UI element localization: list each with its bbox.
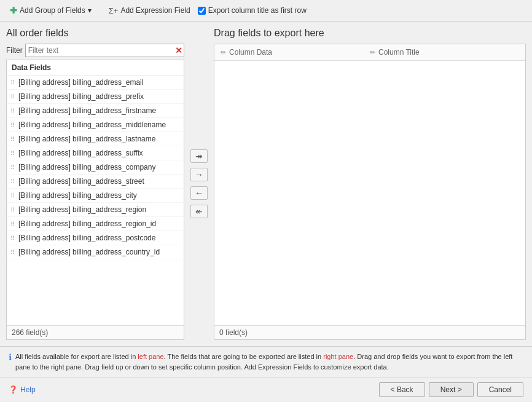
column-title-label: Column Title — [378, 48, 420, 57]
list-item[interactable]: ⠿[Billing address] billing_address_city — [7, 189, 184, 203]
fields-group-header: Data Fields — [7, 60, 184, 76]
drag-handle-icon: ⠿ — [10, 122, 15, 128]
filter-label: Filter — [6, 46, 23, 55]
filter-row: Filter ✕ — [6, 44, 184, 57]
field-name: [Billing address] billing_address_prefix — [18, 92, 144, 101]
add-expression-label: Add Expression Field — [120, 6, 190, 15]
drag-handle-icon: ⠿ — [10, 164, 15, 171]
list-item[interactable]: ⠿[Billing address] billing_address_count… — [7, 245, 184, 259]
list-item[interactable]: ⠿[Billing address] billing_address_email — [7, 76, 184, 90]
export-checkbox-label: Export column title as first row — [208, 6, 307, 15]
right-pane-title: Drag fields to export here — [214, 28, 526, 39]
fields-list-container: Data Fields ⠿[Billing address] billing_a… — [6, 60, 184, 340]
field-name: [Billing address] billing_address_lastna… — [18, 135, 155, 143]
plus-icon: ✚ — [10, 6, 17, 15]
help-label: Help — [20, 385, 36, 394]
drag-handle-icon: ⠿ — [10, 249, 15, 256]
add-expression-button[interactable]: Σ+ Add Expression Field — [105, 4, 194, 17]
field-name: [Billing address] billing_address_countr… — [18, 248, 160, 256]
bottom-bar: ❓ Help < Back Next > Cancel — [0, 377, 532, 402]
export-table-container: ✏ Column Data ✏ Column Title 0 field(s) — [214, 44, 526, 340]
info-icon: ℹ — [9, 352, 12, 362]
field-name: [Billing address] billing_address_postco… — [18, 234, 155, 242]
field-name: [Billing address] billing_address_firstn… — [18, 106, 156, 115]
drag-handle-icon: ⠿ — [10, 136, 15, 143]
remove-all-button[interactable]: ↞ — [190, 205, 208, 218]
list-item[interactable]: ⠿[Billing address] billing_address_first… — [7, 104, 184, 118]
export-table-body[interactable] — [214, 61, 525, 325]
list-item[interactable]: ⠿[Billing address] billing_address_compa… — [7, 160, 184, 175]
fields-footer: 266 field(s) — [7, 325, 184, 339]
drag-handle-icon: ⠿ — [10, 178, 15, 185]
filter-input[interactable] — [25, 44, 184, 57]
drag-handle-icon: ⠿ — [10, 221, 15, 227]
add-all-button[interactable]: ↠ — [190, 149, 208, 163]
add-selected-button[interactable]: → — [190, 168, 208, 181]
help-link[interactable]: ❓ Help — [9, 385, 36, 394]
field-name: [Billing address] billing_address_suffix — [18, 149, 143, 157]
remove-selected-button[interactable]: ← — [190, 186, 208, 200]
drag-handle-icon: ⠿ — [10, 108, 15, 114]
fields-list[interactable]: ⠿[Billing address] billing_address_email… — [7, 76, 184, 325]
drag-handle-icon: ⠿ — [10, 207, 15, 213]
column-data-header: ✏ Column Data — [221, 48, 370, 57]
drag-handle-icon: ⠿ — [10, 79, 15, 86]
list-item[interactable]: ⠿[Billing address] billing_address_regio… — [7, 203, 184, 217]
add-group-button[interactable]: ✚ Add Group of Fields ▾ — [6, 4, 95, 17]
field-name: [Billing address] billing_address_middle… — [18, 120, 166, 129]
drag-handle-icon: ⠿ — [10, 235, 15, 242]
export-table-header: ✏ Column Data ✏ Column Title — [214, 44, 525, 61]
right-pane: Drag fields to export here ✏ Column Data… — [214, 28, 526, 340]
dropdown-arrow-icon: ▾ — [88, 6, 92, 15]
filter-clear-icon[interactable]: ✕ — [175, 46, 182, 55]
info-bar: ℹ All fields available for export are li… — [0, 346, 532, 377]
field-name: [Billing address] billing_address_region — [18, 205, 146, 214]
drag-handle-icon: ⠿ — [10, 150, 15, 157]
bottom-buttons: < Back Next > Cancel — [379, 382, 523, 397]
field-name: [Billing address] billing_address_compan… — [18, 163, 155, 171]
pencil-icon-data: ✏ — [221, 49, 226, 57]
list-item[interactable]: ⠿[Billing address] billing_address_prefi… — [7, 90, 184, 104]
pencil-icon-title: ✏ — [370, 49, 375, 57]
drag-handle-icon: ⠿ — [10, 192, 15, 199]
help-icon: ❓ — [9, 385, 18, 394]
cancel-button[interactable]: Cancel — [477, 382, 523, 397]
toolbar: ✚ Add Group of Fields ▾ Σ+ Add Expressio… — [0, 0, 532, 22]
list-item[interactable]: ⠿[Billing address] billing_address_lastn… — [7, 132, 184, 146]
column-title-header: ✏ Column Title — [370, 48, 519, 57]
back-button[interactable]: < Back — [379, 382, 425, 397]
drag-handle-icon: ⠿ — [10, 93, 15, 100]
field-name: [Billing address] billing_address_email — [18, 78, 143, 87]
main-content: All order fields Filter ✕ Data Fields ⠿[… — [0, 22, 532, 346]
list-item[interactable]: ⠿[Billing address] billing_address_suffi… — [7, 146, 184, 160]
sigma-icon: Σ+ — [109, 6, 119, 15]
left-pane: All order fields Filter ✕ Data Fields ⠿[… — [6, 28, 184, 340]
export-footer: 0 field(s) — [214, 325, 525, 339]
next-button[interactable]: Next > — [429, 382, 474, 397]
list-item[interactable]: ⠿[Billing address] billing_address_middl… — [7, 118, 184, 132]
field-name: [Billing address] billing_address_region… — [18, 219, 156, 228]
column-data-label: Column Data — [229, 48, 272, 57]
list-item[interactable]: ⠿[Billing address] billing_address_regio… — [7, 217, 184, 231]
field-name: [Billing address] billing_address_city — [18, 191, 137, 200]
list-item[interactable]: ⠿[Billing address] billing_address_stree… — [7, 175, 184, 189]
filter-input-wrap: ✕ — [25, 44, 184, 57]
transfer-buttons: ↠ → ← ↞ — [184, 28, 214, 340]
export-checkbox[interactable] — [198, 7, 206, 15]
left-pane-title: All order fields — [6, 28, 184, 39]
list-item[interactable]: ⠿[Billing address] billing_address_postc… — [7, 231, 184, 245]
add-group-label: Add Group of Fields — [20, 6, 85, 15]
field-name: [Billing address] billing_address_street — [18, 177, 144, 186]
info-text: All fields available for export are list… — [15, 352, 523, 372]
export-checkbox-group: Export column title as first row — [198, 6, 307, 15]
